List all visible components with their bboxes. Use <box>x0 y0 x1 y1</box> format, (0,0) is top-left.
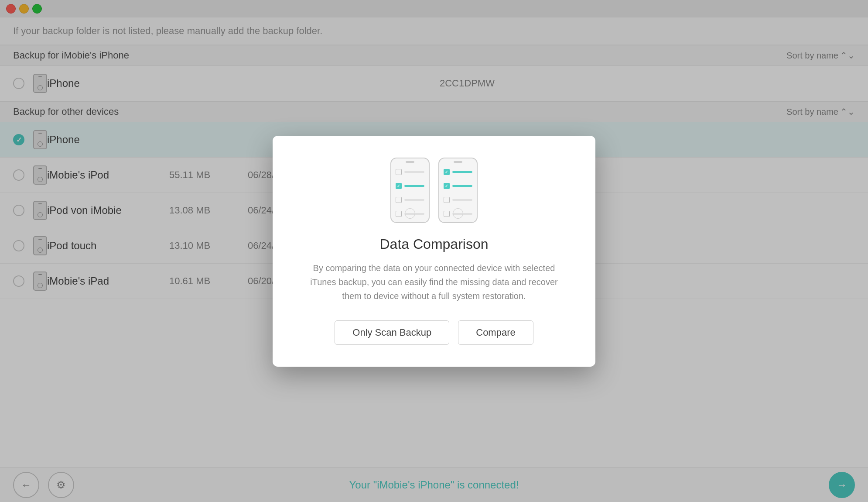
checkbox-icon <box>396 197 402 203</box>
comparison-illustration <box>390 158 478 223</box>
modal-buttons: Only Scan Backup Compare <box>335 320 533 345</box>
modal-title: Data Comparison <box>380 236 489 252</box>
checkbox-icon <box>396 169 402 175</box>
data-comparison-modal: Data Comparison By comparing the data on… <box>273 136 595 367</box>
checkbox-icon <box>396 211 402 217</box>
modal-overlay[interactable]: Data Comparison By comparing the data on… <box>0 0 868 502</box>
compare-button[interactable]: Compare <box>458 320 533 345</box>
checkbox-checked-icon <box>444 169 450 175</box>
phone-illustration-right <box>438 158 478 223</box>
modal-description: By comparing the data on your connected … <box>308 261 560 303</box>
checkbox-icon <box>444 211 450 217</box>
checkbox-icon <box>444 197 450 203</box>
scan-backup-button[interactable]: Only Scan Backup <box>335 320 449 345</box>
phone-illustration-left <box>390 158 430 223</box>
checkbox-checked-icon <box>396 183 402 189</box>
checkbox-checked-icon <box>444 183 450 189</box>
